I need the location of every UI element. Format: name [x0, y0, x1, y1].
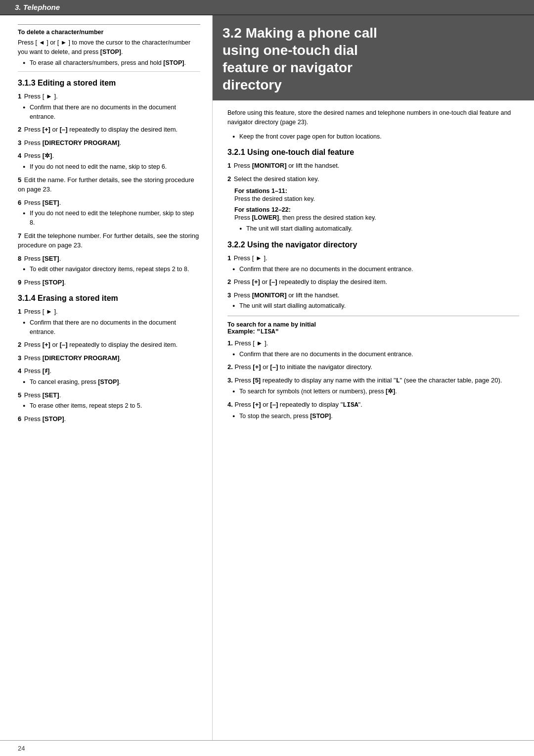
editing-step-6: 6 Press [SET]. If you do not need to edi… [18, 198, 200, 228]
intro-text: Before using this feature, store the des… [227, 108, 519, 127]
erasing-step-6: 6 Press [STOP]. [18, 414, 200, 424]
editing-step-7: 7 Edit the telephone number. For further… [18, 231, 200, 250]
editing-step-3: 3 Press [DIRECTORY PROGRAM]. [18, 138, 200, 148]
nav-title: 3.2.2 Using the navigator directory [227, 240, 519, 249]
editing-step-1: 1 Press [ ► ]. Confirm that there are no… [18, 92, 200, 121]
right-column: 3.2 Making a phone callusing one-touch d… [213, 15, 534, 740]
erasing-steps: 1 Press [ ► ]. Confirm that there are no… [18, 307, 200, 424]
erasing-step-5: 5 Press [SET]. To erase other items, rep… [18, 390, 200, 411]
onetouch-bullet: The unit will start dialling automatical… [241, 224, 519, 234]
delete-char-bullet: To erase all characters/numbers, press a… [25, 58, 200, 68]
search-step-3: 3. Press [5] repeatedly to display any n… [227, 376, 519, 396]
erasing-step-2: 2 Press [+] or [–] repeatedly to display… [18, 340, 200, 350]
intro-bullets: Keep the front cover page open for butto… [227, 132, 519, 142]
editing-step-8: 8 Press [SET]. To edit other navigator d… [18, 254, 200, 274]
onetouch-bullet-list: The unit will start dialling automatical… [234, 224, 519, 234]
footer: 24 [0, 740, 534, 756]
stations-1-11-text: Press the desired station key. [234, 195, 519, 202]
header-label: 3. Telephone [15, 3, 60, 11]
content-area: To delete a character/number Press [ ◄ ]… [0, 15, 534, 740]
intro-bullet: Keep the front cover page open for butto… [234, 132, 519, 142]
search-step-4: 4. Press [+] or [–] repeatedly to displa… [227, 400, 519, 421]
delete-char-title: To delete a character/number [18, 29, 200, 36]
onetouch-steps: 1 Press [MONITOR] or lift the handset. 2… [227, 161, 519, 184]
editing-step-9: 9 Press [STOP]. [18, 278, 200, 287]
stations-1-11-label: For stations 1–11: [234, 188, 519, 194]
search-title: To search for a name by initial Example:… [227, 321, 519, 335]
editing-step-5: 5 Edit the name. For further details, se… [18, 175, 200, 194]
erasing-title: 3.1.4 Erasing a stored item [18, 294, 200, 303]
delete-char-box: To delete a character/number Press [ ◄ ]… [18, 24, 200, 72]
editing-step-4: 4 Press [✲]. If you do not need to edit … [18, 151, 200, 171]
editing-steps: 1 Press [ ► ]. Confirm that there are no… [18, 92, 200, 287]
erasing-step-1: 1 Press [ ► ]. Confirm that there are no… [18, 307, 200, 336]
section-header: 3. Telephone [0, 0, 534, 15]
page: 3. Telephone To delete a character/numbe… [0, 0, 534, 756]
editing-step-2: 2 Press [+] or [–] repeatedly to display… [18, 125, 200, 135]
search-steps: 1. Press [ ► ]. Confirm that there are n… [227, 338, 519, 421]
onetouch-title: 3.2.1 Using one-touch dial feature [227, 148, 519, 157]
nav-step-2: 2 Press [+] or [–] repeatedly to display… [227, 277, 519, 287]
nav-step-3: 3 Press [MONITOR] or lift the handset. T… [227, 290, 519, 311]
erasing-step-4: 4 Press [♯]. To cancel erasing, press [S… [18, 366, 200, 386]
delete-char-para: Press [ ◄ ] or [ ► ] to move the cursor … [18, 38, 200, 57]
editing-title: 3.1.3 Editing a stored item [18, 79, 200, 88]
onetouch-step-2: 2 Select the desired station key. [227, 174, 519, 184]
search-box: To search for a name by initial Example:… [227, 316, 519, 421]
nav-steps: 1 Press [ ► ]. Confirm that there are no… [227, 253, 519, 311]
stations-12-22-label: For stations 12–22: [234, 206, 519, 213]
right-header-box: 3.2 Making a phone callusing one-touch d… [213, 15, 534, 100]
stations-info: For stations 1–11: Press the desired sta… [234, 188, 519, 234]
stations-12-22-text: Press [LOWER], then press the desired st… [234, 214, 519, 221]
delete-char-bullets: To erase all characters/numbers, press a… [18, 58, 200, 68]
search-step-2: 2. Press [+] or [–] to initiate the navi… [227, 362, 519, 372]
main-title: 3.2 Making a phone callusing one-touch d… [222, 24, 524, 94]
nav-step-1: 1 Press [ ► ]. Confirm that there are no… [227, 253, 519, 274]
search-step-1: 1. Press [ ► ]. Confirm that there are n… [227, 338, 519, 359]
page-number: 24 [18, 745, 25, 752]
onetouch-step-1: 1 Press [MONITOR] or lift the handset. [227, 161, 519, 171]
erasing-step-3: 3 Press [DIRECTORY PROGRAM]. [18, 353, 200, 363]
left-column: To delete a character/number Press [ ◄ ]… [0, 15, 213, 740]
